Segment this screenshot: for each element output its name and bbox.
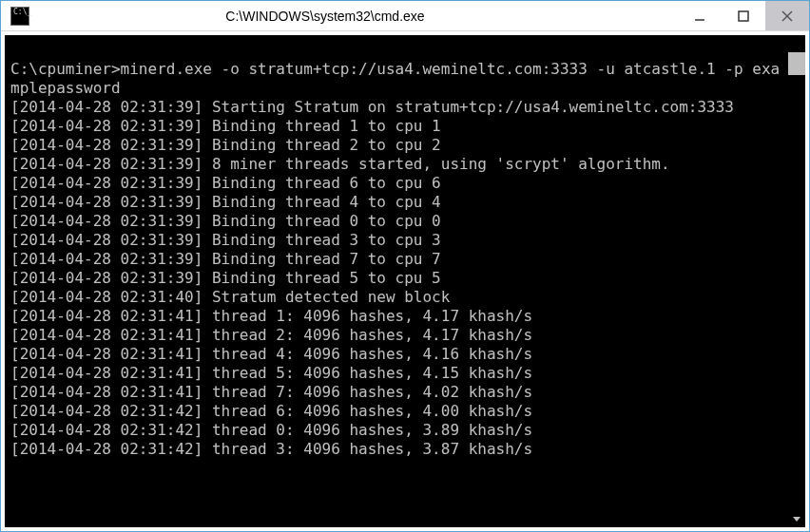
- terminal-area: C:\cpuminer>minerd.exe -o stratum+tcp://…: [1, 31, 809, 531]
- svg-marker-4: [793, 517, 800, 522]
- scrollbar-down-arrow-icon[interactable]: [788, 510, 805, 527]
- maximize-button[interactable]: [722, 1, 765, 30]
- scrollbar[interactable]: [788, 35, 805, 527]
- terminal-output[interactable]: C:\cpuminer>minerd.exe -o stratum+tcp://…: [5, 35, 788, 527]
- cmd-icon: [10, 7, 29, 26]
- titlebar[interactable]: C:\WINDOWS\system32\cmd.exe: [1, 1, 809, 31]
- minimize-button[interactable]: [678, 1, 722, 30]
- scrollbar-thumb[interactable]: [788, 52, 805, 75]
- cmd-window: C:\WINDOWS\system32\cmd.exe C:\cpuminer>…: [0, 0, 810, 532]
- window-title: C:\WINDOWS\system32\cmd.exe: [0, 9, 678, 24]
- close-button[interactable]: [765, 1, 809, 30]
- window-controls: [678, 1, 809, 30]
- svg-rect-1: [739, 11, 748, 21]
